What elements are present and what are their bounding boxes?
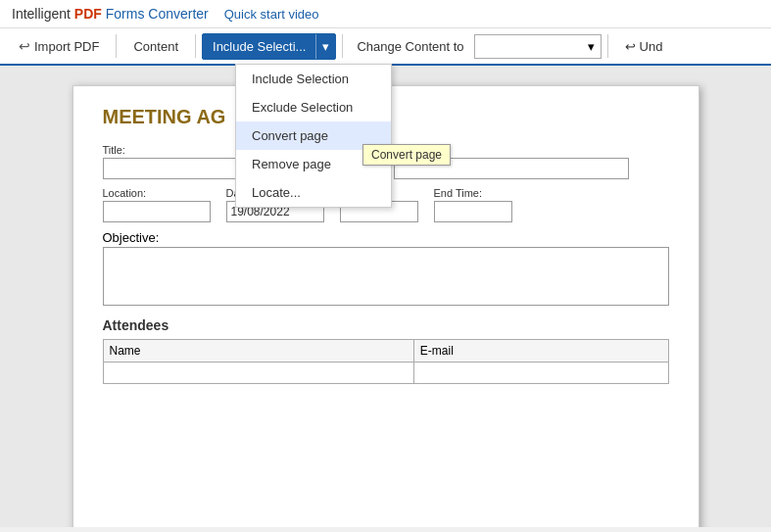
- menu-item-exclude-selection[interactable]: Exclude Selection: [236, 93, 391, 121]
- separator-4: [607, 34, 608, 58]
- col-email: E-mail: [413, 340, 668, 363]
- location-field: Location:: [103, 187, 211, 222]
- dropdown-menu: Include Selection Exclude Selection Conv…: [235, 64, 392, 208]
- change-content-label: Change Content to: [349, 34, 471, 59]
- change-content-select[interactable]: ▾: [474, 34, 602, 59]
- location-input[interactable]: [103, 201, 211, 222]
- menu-item-include-selection[interactable]: Include Selection: [236, 65, 391, 93]
- toolbar: ↩ Import PDF Content Include Selecti... …: [0, 28, 771, 66]
- col-name: Name: [103, 340, 413, 363]
- organizer-label: Organizer:: [394, 144, 669, 156]
- organizer-input[interactable]: [394, 158, 629, 179]
- separator-3: [342, 34, 343, 58]
- location-label: Location:: [103, 187, 211, 199]
- change-content-arrow-icon: ▾: [588, 39, 595, 54]
- attendee-email-cell[interactable]: [413, 363, 668, 384]
- content-button[interactable]: Content: [122, 33, 189, 60]
- objective-input[interactable]: [103, 247, 669, 306]
- organizer-field: Organizer:: [394, 144, 669, 179]
- undo-icon: ↩: [625, 39, 636, 54]
- end-time-label: End Time:: [434, 187, 512, 199]
- end-time-field: End Time:: [434, 187, 512, 222]
- title-bar: Intelligent PDF Forms Converter Quick st…: [0, 0, 771, 28]
- objective-section: Objective:: [103, 230, 669, 306]
- quick-start-link[interactable]: Quick start video: [224, 7, 319, 22]
- separator-2: [195, 34, 196, 58]
- attendees-table: Name E-mail: [103, 339, 669, 384]
- table-row: [103, 363, 668, 384]
- attendees-title: Attendees: [103, 317, 669, 333]
- import-pdf-button[interactable]: ↩ Import PDF: [8, 32, 110, 60]
- end-time-input[interactable]: [434, 201, 512, 222]
- menu-item-remove-page[interactable]: Remove page: [236, 150, 391, 178]
- menu-item-locate[interactable]: Locate...: [236, 178, 391, 207]
- import-icon: ↩: [19, 38, 30, 54]
- undo-button[interactable]: ↩ Und: [614, 33, 674, 60]
- attendees-section: Attendees Name E-mail: [103, 317, 669, 384]
- include-selection-dropdown[interactable]: Include Selecti... ▾: [202, 33, 336, 60]
- app-title: Intelligent PDF Forms Converter: [12, 6, 209, 22]
- include-selection-label: Include Selecti...: [203, 34, 315, 59]
- objective-label: Objective:: [103, 230, 160, 245]
- dropdown-arrow-icon[interactable]: ▾: [315, 34, 335, 59]
- attendee-name-cell[interactable]: [103, 363, 413, 384]
- separator-1: [116, 34, 117, 58]
- menu-item-convert-page[interactable]: Convert page: [236, 121, 391, 150]
